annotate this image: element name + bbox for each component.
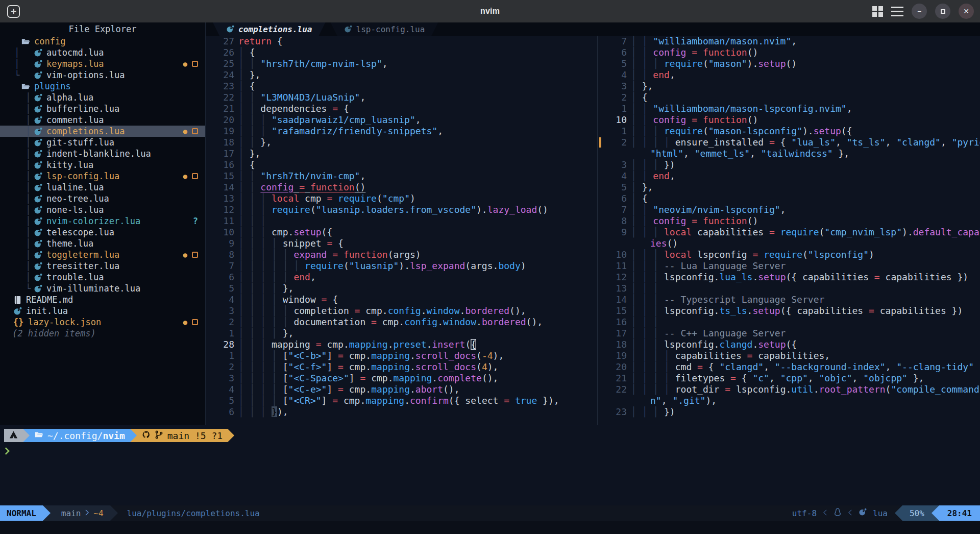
command-line-area[interactable]: [0, 521, 980, 534]
tree-item-plugins[interactable]: plugins: [0, 81, 205, 92]
tree-item-theme.lua[interactable]: │theme.lua: [0, 238, 205, 249]
code-line[interactable]: 27return {: [206, 36, 597, 47]
code-line[interactable]: 9│ │ │ local capabilities = require("cmp…: [598, 227, 980, 238]
code-line[interactable]: 14│ │ config = function(): [206, 182, 597, 193]
tree-item-indent-blankline.lua[interactable]: │indent-blankline.lua: [0, 148, 205, 159]
tree-item-neo-tree.lua[interactable]: │neo-tree.lua: [0, 193, 205, 204]
code-line[interactable]: 14│ │ │ -- Typescript Language Server: [598, 294, 980, 305]
code-line[interactable]: 4│ │ end,: [598, 171, 980, 182]
tree-item-lsp-config.lua[interactable]: │lsp-config.lua●: [0, 171, 205, 182]
workspaces-icon[interactable]: [872, 6, 883, 17]
code-line[interactable]: 2│ {: [598, 92, 980, 103]
code-line[interactable]: 21│ │ │ │ filetypes = { "c", "cpp", "obj…: [598, 373, 980, 384]
code-line[interactable]: n", ".git"),: [598, 395, 980, 406]
code-line[interactable]: 7│ │ "neovim/nvim-lspconfig",: [598, 204, 980, 215]
code-line[interactable]: 10│ │ config = function(): [598, 114, 980, 126]
code-line[interactable]: 4│ │ end,: [598, 69, 980, 81]
code-line[interactable]: 22│ │ │ │ root_dir = lspconfig.util.root…: [598, 384, 980, 395]
code-line[interactable]: 3│ │ │ │ ["<C-Space>"] = cmp.mapping.com…: [206, 373, 597, 384]
code-line[interactable]: 24│ },: [206, 69, 597, 81]
code-line[interactable]: 4│ │ │ │ ["<C-e>"] = cmp.mapping.abort()…: [206, 384, 597, 395]
terminal-split[interactable]: ~/.config/nvim main !5 ?1: [0, 425, 980, 505]
tree-item-completions.lua[interactable]: │completions.lua●: [0, 126, 205, 137]
code-line[interactable]: 6│ │ config = function(): [598, 47, 980, 58]
code-line[interactable]: 11│ │ │ -- Lua Language Server: [598, 260, 980, 272]
code-line[interactable]: 5│ },: [598, 182, 980, 193]
code-line[interactable]: 1│ │ "williamboman/mason-lspconfig.nvim"…: [598, 103, 980, 114]
code-line[interactable]: 6│ {: [598, 193, 980, 204]
tree-item-kitty.lua[interactable]: │kitty.lua: [0, 159, 205, 171]
code-line[interactable]: 10│ │ │ cmp.setup({: [206, 227, 597, 238]
code-line[interactable]: 20│ │ │ "saadparwaiz1/cmp_luasnip",: [206, 114, 597, 126]
code-line[interactable]: 13│ │ │ local cmp = require("cmp"): [206, 193, 597, 204]
code-line[interactable]: 7│ │ "williamboman/mason.nvim",: [598, 36, 980, 47]
code-line[interactable]: 10│ │ │ local lspconfig = require("lspco…: [598, 249, 980, 260]
tree-item-README.md[interactable]: README.md: [0, 294, 205, 305]
code-line[interactable]: 7│ │ │ │ │ │ require("luasnip").lsp_expa…: [206, 260, 597, 272]
tree-item-none-ls.lua[interactable]: │none-ls.lua: [0, 204, 205, 215]
code-line[interactable]: 8│ │ │ │ │ expand = function(args): [206, 249, 597, 260]
code-line[interactable]: 15│ │ │ lspconfig.ts_ls.setup({ capabili…: [598, 305, 980, 317]
tree-item-keymaps.lua[interactable]: │keymaps.lua●: [0, 58, 205, 69]
code-line[interactable]: 26│ {: [206, 47, 597, 58]
code-line[interactable]: 23│ {: [206, 81, 597, 92]
menu-icon[interactable]: [891, 7, 903, 16]
code-line[interactable]: 17│ │ │ -- C++ Language Server: [598, 328, 980, 339]
code-line[interactable]: 6│ │ │ │ │ end,: [206, 272, 597, 283]
code-line[interactable]: 4│ │ │ │ window = {: [206, 294, 597, 305]
code-line[interactable]: 18│ │ },: [206, 137, 597, 148]
tree-item-config[interactable]: config: [0, 36, 205, 47]
buffer-tab-lsp-config.lua[interactable]: lsp-config.lua: [331, 22, 438, 36]
tree-item-lualine.lua[interactable]: │lualine.lua: [0, 182, 205, 193]
code-line[interactable]: 1│ │ │ require("mason-lspconfig").setup(…: [598, 126, 980, 137]
code-line[interactable]: 20│ │ │ │ cmd = { "clangd", "--backgroun…: [598, 361, 980, 373]
code-line[interactable]: 5│ │ │ │ },: [206, 283, 597, 294]
editor-pane-lsp-config[interactable]: 7│ │ "williamboman/mason.nvim",6│ │ conf…: [598, 36, 980, 425]
editor-pane-completions[interactable]: 27return {26│ {25│ │ "hrsh7th/cmp-nvim-l…: [206, 36, 598, 425]
code-line[interactable]: 18│ │ │ lspconfig.clangd.setup({: [598, 339, 980, 350]
tree-item-vim-options.lua[interactable]: └vim-options.lua: [0, 69, 205, 81]
code-line[interactable]: 3│ │ │ }): [598, 159, 980, 171]
code-line[interactable]: 25│ │ "hrsh7th/cmp-nvim-lsp",: [206, 58, 597, 69]
code-line[interactable]: 2│ │ │ │ │ documentation = cmp.config.wi…: [206, 317, 597, 328]
code-line[interactable]: 19│ │ │ │ capabilities = capabilities,: [598, 350, 980, 361]
tree-item-toggleterm.lua[interactable]: │toggleterm.lua●: [0, 249, 205, 260]
code-line[interactable]: "html", "emmet_ls", "tailwindcss" },: [598, 148, 980, 159]
code-line[interactable]: 6│ │ │ }),: [206, 406, 597, 418]
code-line[interactable]: 8│ │ config = function(): [598, 215, 980, 227]
code-line[interactable]: 21│ │ dependencies = {: [206, 103, 597, 114]
code-line[interactable]: 16│ │ │: [598, 317, 980, 328]
code-line[interactable]: 3│ },: [598, 81, 980, 92]
tree-item-init.lua[interactable]: init.lua: [0, 305, 205, 317]
code-line[interactable]: 12│ │ │ require("luasnip.loaders.from_vs…: [206, 204, 597, 215]
code-line[interactable]: 17│ },: [206, 148, 597, 159]
code-line[interactable]: 9│ │ │ │ snippet = {: [206, 238, 597, 249]
code-line[interactable]: ies(): [598, 238, 980, 249]
tree-item-autocmd.lua[interactable]: │autocmd.lua: [0, 47, 205, 58]
tree-item-nvim-colorizer.lua[interactable]: │nvim-colorizer.lua?: [0, 215, 205, 227]
maximize-button[interactable]: [935, 4, 950, 19]
buffer-tab-completions.lua[interactable]: completions.lua: [213, 22, 326, 36]
code-line[interactable]: 19│ │ │ "rafamadriz/friendly-snippets",: [206, 126, 597, 137]
code-line[interactable]: 15│ │ "hrsh7th/nvim-cmp",: [206, 171, 597, 182]
tree-item-telescope.lua[interactable]: │telescope.lua: [0, 227, 205, 238]
close-button[interactable]: ✕: [959, 4, 974, 19]
code-line[interactable]: 5│ │ │ │ ["<CR>"] = cmp.mapping.confirm(…: [206, 395, 597, 406]
code-line[interactable]: 13│ │ │: [598, 283, 980, 294]
code-line[interactable]: 28│ │ │ mapping = cmp.mapping.preset.ins…: [206, 339, 597, 350]
tree-item-treesitter.lua[interactable]: │treesitter.lua: [0, 260, 205, 272]
new-tab-button[interactable]: +: [7, 5, 20, 18]
code-line[interactable]: 5│ │ │ require("mason").setup(): [598, 58, 980, 69]
code-line[interactable]: 2│ │ │ │ ensure_installed = { "lua_ls", …: [598, 137, 980, 148]
code-line[interactable]: 16│ {: [206, 159, 597, 171]
code-line[interactable]: 11│ │ │: [206, 215, 597, 227]
tree-item-vim-illuminate.lua[interactable]: └vim-illuminate.lua: [0, 283, 205, 294]
tree-item-git-stuff.lua[interactable]: │git-stuff.lua: [0, 137, 205, 148]
tree-item-alpha.lua[interactable]: │alpha.lua: [0, 92, 205, 103]
code-line[interactable]: 1│ │ │ │ ["<C-b>"] = cmp.mapping.scroll_…: [206, 350, 597, 361]
minimize-button[interactable]: −: [912, 4, 927, 19]
code-line[interactable]: 3│ │ │ │ │ completion = cmp.config.windo…: [206, 305, 597, 317]
code-line[interactable]: 22│ │ "L3MON4D3/LuaSnip",: [206, 92, 597, 103]
tree-item-trouble.lua[interactable]: │trouble.lua: [0, 272, 205, 283]
tree-item-comment.lua[interactable]: │comment.lua: [0, 114, 205, 126]
